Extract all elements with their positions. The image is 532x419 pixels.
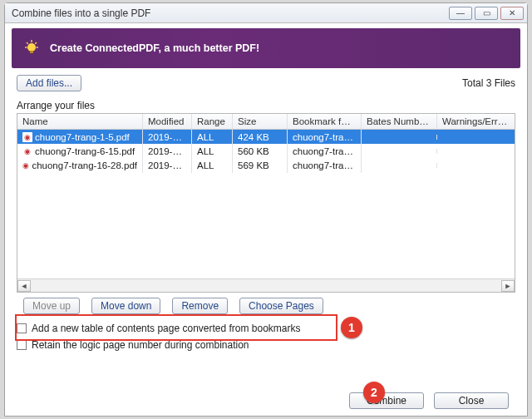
file-warnings — [437, 135, 515, 140]
file-bookmark: chuong7-tran... — [288, 144, 362, 159]
total-files-label: Total 3 Files — [462, 77, 515, 89]
callout-2: 2 — [363, 382, 385, 403]
file-bookmark: chuong7-tran... — [288, 158, 362, 173]
file-size: 560 KB — [233, 144, 288, 159]
file-range: ALL — [192, 158, 233, 173]
col-bates[interactable]: Bates Numbe... — [362, 114, 437, 129]
col-range[interactable]: Range — [192, 114, 233, 129]
file-bates — [362, 135, 437, 140]
svg-rect-1 — [30, 51, 33, 53]
scroll-track[interactable] — [31, 280, 501, 292]
toolbar: Add files... Total 3 Files — [5, 73, 527, 95]
toc-label: Add a new table of contents page convert… — [32, 323, 301, 334]
lightbulb-icon — [23, 40, 40, 57]
window-buttons: — ▭ ✕ — [449, 7, 524, 20]
choose-pages-button[interactable]: Choose Pages — [239, 298, 323, 314]
logic-checkbox[interactable] — [17, 340, 27, 350]
file-range: ALL — [192, 144, 233, 159]
col-bookmark[interactable]: Bookmark for ... — [288, 114, 362, 129]
table-body: ◉chuong7-trang-1-5.pdf2019-06...ALL424 K… — [17, 130, 515, 172]
close-window-button[interactable]: ✕ — [500, 7, 524, 20]
file-warnings — [437, 163, 515, 168]
pdf-file-icon: ◉ — [22, 160, 29, 170]
add-files-button[interactable]: Add files... — [17, 75, 81, 91]
file-name: chuong7-trang-6-15.pdf — [35, 146, 135, 156]
file-table: Name Modified Range Size Bookmark for ..… — [17, 113, 515, 293]
file-bates — [362, 163, 437, 168]
col-warnings[interactable]: Warnings/Errors — [437, 114, 515, 129]
banner-text: Create ConnectedPDF, a much better PDF! — [50, 42, 259, 54]
svg-point-0 — [27, 43, 36, 52]
file-size: 424 KB — [233, 130, 288, 145]
file-bookmark: chuong7-tran... — [288, 130, 362, 145]
file-size: 569 KB — [233, 158, 288, 173]
col-name[interactable]: Name — [17, 114, 143, 129]
file-name: chuong7-trang-1-5.pdf — [35, 132, 130, 142]
logic-label: Retain the logic page number during comb… — [32, 339, 249, 351]
move-down-button[interactable]: Move down — [91, 298, 160, 314]
pdf-file-icon: ◉ — [22, 132, 32, 142]
promo-banner: Create ConnectedPDF, a much better PDF! — [12, 28, 520, 68]
toc-checkbox[interactable] — [17, 323, 27, 333]
combine-button[interactable]: Combine — [349, 392, 424, 409]
minimize-button[interactable]: — — [449, 7, 472, 20]
table-header: Name Modified Range Size Bookmark for ..… — [17, 114, 515, 130]
file-modified: 2019-06... — [143, 158, 192, 173]
action-buttons: Move up Move down Remove Choose Pages — [5, 293, 527, 319]
scroll-right-icon[interactable]: ► — [501, 280, 515, 292]
table-row[interactable]: ◉chuong7-trang-16-28.pdf2019-06...ALL569… — [17, 158, 515, 172]
dialog-window: Combine files into a single PDF — ▭ ✕ Cr… — [4, 2, 528, 417]
svg-line-6 — [35, 42, 37, 44]
move-up-button[interactable]: Move up — [23, 298, 80, 314]
window-title: Combine files into a single PDF — [12, 7, 449, 19]
titlebar: Combine files into a single PDF — ▭ ✕ — [5, 3, 527, 23]
maximize-button[interactable]: ▭ — [475, 7, 498, 20]
file-warnings — [437, 149, 515, 154]
footer: Combine Close — [5, 392, 527, 409]
file-name: chuong7-trang-16-28.pdf — [32, 160, 137, 170]
scroll-left-icon[interactable]: ◄ — [17, 280, 31, 292]
table-row[interactable]: ◉chuong7-trang-6-15.pdf2019-06...ALL560 … — [17, 144, 515, 158]
logic-checkbox-row: Retain the logic page number during comb… — [5, 336, 527, 352]
arrange-label: Arrange your files — [5, 95, 527, 113]
file-modified: 2019-06... — [143, 130, 192, 145]
file-range: ALL — [192, 130, 233, 145]
file-modified: 2019-06... — [143, 144, 192, 159]
remove-button[interactable]: Remove — [172, 298, 228, 314]
horizontal-scrollbar[interactable]: ◄ ► — [17, 279, 515, 292]
toc-checkbox-row: Add a new table of contents page convert… — [5, 319, 527, 336]
table-row[interactable]: ◉chuong7-trang-1-5.pdf2019-06...ALL424 K… — [17, 130, 515, 144]
callout-1: 1 — [341, 317, 362, 338]
col-size[interactable]: Size — [233, 114, 288, 129]
pdf-file-icon: ◉ — [22, 146, 32, 156]
col-modified[interactable]: Modified — [143, 114, 192, 129]
close-button[interactable]: Close — [434, 392, 509, 409]
file-bates — [362, 149, 437, 154]
svg-line-5 — [27, 42, 28, 44]
